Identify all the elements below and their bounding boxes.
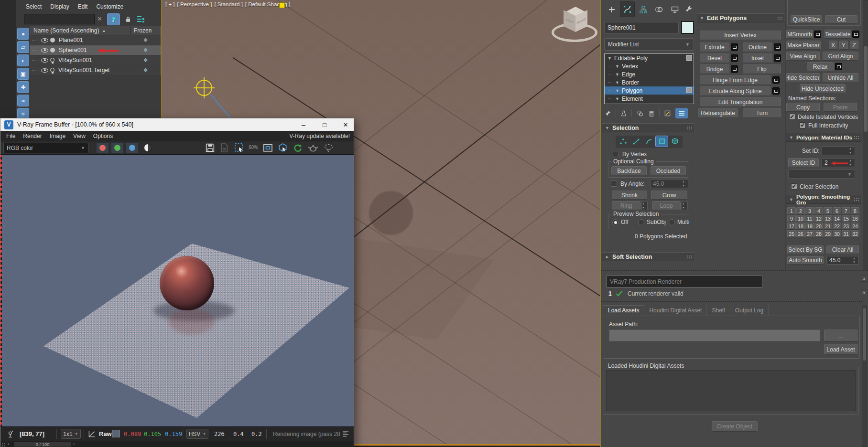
smoothing-group-button[interactable]: 5 [824,207,832,214]
relax-settings-icon[interactable] [835,63,842,70]
vfb-title-bar[interactable]: V V-Ray Frame Buffer - [100.0% of 960 x … [0,118,354,131]
spline-settings-icon[interactable] [772,87,780,95]
planar-y-button[interactable]: Y [839,41,848,50]
explorer-display-toggle[interactable]: ✚ [17,81,29,93]
explorer-display-toggle[interactable]: ● [17,28,29,40]
smoothing-group-button[interactable]: 6 [833,207,841,214]
rollout-grip-icon[interactable] [687,126,692,130]
select-by-sg-button[interactable]: Select By SG [787,245,824,254]
region-render-button[interactable] [234,143,244,153]
scroll-down-button[interactable]: ▼ [861,289,868,296]
viewport-color-swatch[interactable] [279,2,285,8]
full-interactivity-checkbox[interactable]: ✓ [800,122,806,128]
vfb-menu-item[interactable]: File [6,133,15,139]
explorer-display-toggle[interactable]: ◐ [17,54,29,66]
clear-selection-checkbox[interactable]: ✓ [791,183,797,190]
ring-spinner[interactable]: ▲▼ [641,201,648,210]
hide-unselected-button[interactable]: Hide Unselected [800,84,846,93]
scroll-up-button[interactable]: ▲ [861,275,868,282]
paste-button[interactable]: Paste [824,103,857,112]
frame-prev-button[interactable]: ‹ [8,441,9,447]
frame-progress-bar[interactable]: 0 / 100 [14,442,71,447]
vray-update-notice[interactable]: V-Ray update available! [289,133,350,139]
crop-region-button[interactable] [263,143,273,153]
hsv-dropdown[interactable]: HSV▼ [186,429,208,439]
smoothing-group-button[interactable]: 26 [796,230,805,237]
vfb-menu-item[interactable]: Options [93,133,113,139]
viewport-label-part[interactable]: [ Perspective ] [177,1,212,7]
smoothing-group-button[interactable]: 19 [805,223,814,230]
quickslice-button[interactable]: QuickSlice [791,15,822,24]
pixel-zoom-dropdown[interactable]: 1x1▼ [61,429,81,439]
tab-motion[interactable] [651,1,666,17]
visibility-eye-icon[interactable] [41,58,48,63]
render-last-button[interactable] [308,143,318,153]
maximize-button[interactable]: □ [318,121,331,128]
scene-object-row[interactable]: VRaySun001.Target ❄ [30,65,161,75]
unhide-all-button[interactable]: Unhide All [823,73,858,82]
follow-mouse-button[interactable] [278,143,288,153]
tab-utilities[interactable] [683,1,694,17]
select-id-button[interactable]: Select ID [788,158,819,167]
stack-expand-icon[interactable]: ▼ [615,88,619,93]
houdini-panel-scrollbar[interactable] [862,306,867,447]
by-angle-spinner[interactable]: 45.0▲▼ [650,179,688,188]
browse-button[interactable]: ... [824,330,857,341]
inset-button[interactable]: Inset [743,53,772,63]
rollout-soft-selection[interactable]: ► Soft Selection [602,252,694,261]
material-id-name-dropdown[interactable]: ▼ [788,170,855,179]
visibility-eye-icon[interactable] [41,68,48,73]
rollout-grip-icon[interactable] [777,16,782,21]
tab-hierarchy[interactable] [636,1,651,17]
vfb-menu-item[interactable]: Render [23,133,42,139]
bridge-button[interactable]: Bridge [700,64,729,74]
lasso-region-button[interactable] [324,143,334,153]
tessellate-settings-icon[interactable] [852,31,859,38]
object-color-swatch[interactable] [681,21,694,34]
make-planar-button[interactable]: Make Planar [786,41,821,50]
modifier-onoff-box[interactable] [686,55,692,61]
smoothing-group-button[interactable]: 12 [814,215,823,222]
scene-object-row[interactable]: VRaySun001 ❄ [30,55,161,65]
msmooth-settings-icon[interactable] [814,31,821,38]
frozen-toggle-icon[interactable]: ❄ [143,37,148,43]
preview-subobj-radio[interactable] [638,219,644,225]
object-name-field[interactable]: Sphere001 [604,22,679,33]
explorer-menu-item[interactable]: Select [26,3,42,10]
loaded-assets-list[interactable] [606,370,856,411]
viewport-label-part[interactable]: [ Standard ] [214,1,242,7]
hide-selected-button[interactable]: Hide Selected [786,73,820,82]
tab-modify[interactable] [620,1,635,17]
bridge-settings-icon[interactable] [731,65,738,73]
rollout-edit-polygons[interactable]: ▼ Edit Polygons [697,13,784,22]
explorer-menu-item[interactable]: Display [50,3,69,10]
smoothing-group-button[interactable]: 23 [842,223,850,230]
inset-settings-icon[interactable] [774,54,781,62]
smoothing-group-button[interactable]: 9 [787,215,796,222]
explorer-menu-item[interactable]: Edit [78,3,88,10]
tessellate-button[interactable]: Tessellate [825,30,851,39]
update-render-button[interactable] [293,143,303,153]
filter-button[interactable] [107,13,120,25]
clear-all-button[interactable]: Clear All [826,245,859,254]
retriangulate-button[interactable]: Retriangulate [698,108,738,118]
visibility-eye-icon[interactable] [41,38,48,43]
viewcube[interactable]: LEFT FRONT [549,4,601,54]
frozen-toggle-icon[interactable]: ❄ [143,57,148,64]
smoothing-group-button[interactable]: 15 [842,215,850,222]
stack-row[interactable]: ▼ Polygon [605,86,694,95]
smoothing-group-button[interactable]: 16 [851,215,859,222]
make-unique-icon[interactable] [636,110,644,117]
view-align-button[interactable]: View Align [786,52,820,61]
outline-settings-icon[interactable] [774,43,781,51]
subobject-polygon-button[interactable] [655,136,668,147]
smoothing-group-button[interactable]: 8 [851,207,859,214]
curve-display-icon[interactable] [87,430,96,438]
select-id-spinner[interactable]: 2 ▲▼ [822,158,855,167]
subobject-element-button[interactable] [668,136,681,147]
blue-channel-button[interactable] [126,142,139,153]
frozen-column-header[interactable]: Frozen [134,27,152,34]
loop-button[interactable]: Loop [652,201,681,210]
configure-modifier-sets-icon[interactable] [664,110,671,117]
sphere-object-silhouette[interactable] [369,191,413,235]
